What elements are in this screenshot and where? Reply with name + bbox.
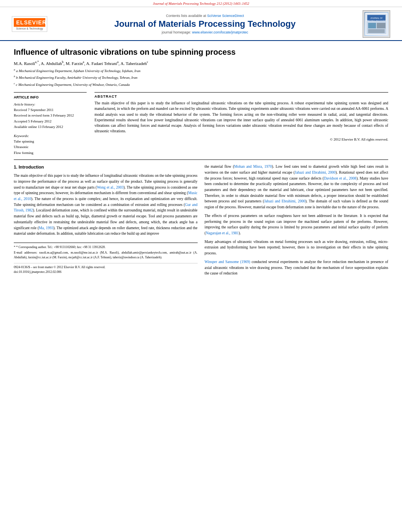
elsevier-subtext: Science & Technology	[14, 27, 45, 30]
journal-title: Journal of Materials Processing Technolo…	[47, 19, 363, 29]
journal-header-center: Contents lists available at SciVerse Sci…	[47, 14, 363, 34]
keyword-ultrasonic: Ultrasonic	[14, 144, 87, 150]
keyword-tube-spinning: Tube spinning	[14, 139, 87, 144]
ref-ma-1993[interactable]: Ma, 1993	[39, 226, 54, 230]
affil-b-text: b Mechanical Engineering Faculty, Amirka…	[16, 76, 137, 80]
section1-number: 1.	[14, 165, 17, 169]
sciverse-link: SciVerse ScienceDirect	[207, 14, 244, 18]
keyword-flow-forming: Flow forming	[14, 150, 87, 156]
svg-rect-6	[377, 23, 385, 28]
intro-para-right-3: Many advantages of ultrasonic vibrations…	[205, 239, 389, 256]
body-right-col: the material flow (Mohan and Misra, 1970…	[205, 164, 389, 279]
homepage-link: www.elsevier.com/locate/jmatprotec	[192, 30, 248, 34]
section1-title: Introduction	[19, 165, 44, 169]
body-columns: 1. Introduction The main objective of th…	[14, 164, 388, 279]
author-taherizadeh: A. Taherizadeh	[120, 61, 147, 66]
main-content: Influence of ultrasonic vibrations on tu…	[0, 41, 402, 287]
sup-a3: a	[117, 60, 119, 64]
footnote-tel: * Corresponding author. Tel.: +98 913110…	[16, 245, 106, 249]
sciverse-line: Contents lists available at SciVerse Sci…	[47, 14, 363, 18]
elsevier-logo: ELSEVIER Science & Technology	[12, 16, 47, 32]
ref-music-2010[interactable]: Music et al., 2010	[14, 191, 198, 201]
affil-c-text: c Mechanical Engineering Department, Uni…	[16, 83, 130, 87]
affil-a: a a Mechanical Engineering Department, I…	[14, 68, 388, 74]
section-divider	[14, 159, 388, 160]
footnote-email-label: E-mail addresses: rasoli.m.a@gmail.com, …	[14, 250, 198, 260]
journal-citation-text: Journal of Materials Processing Technolo…	[153, 2, 249, 6]
homepage-label: journal homepage:	[162, 30, 191, 34]
abstract-section: ABSTRACT The main objective of this pape…	[94, 92, 388, 156]
body-left-col: 1. Introduction The main objective of th…	[14, 164, 198, 279]
affiliations: a a Mechanical Engineering Department, I…	[14, 68, 388, 88]
info-abstract-row: ARTICLE INFO Article history: Received 7…	[14, 92, 388, 156]
available-date: Available online 13 February 2012	[14, 124, 87, 130]
ref-nagarajan-1981[interactable]: Nagarajan et al., 1981	[206, 231, 239, 235]
footnote-emails: rasoli.m.a@gmail.com, m.rasoli@me.iut.ac…	[14, 251, 198, 259]
doi-line: doi:10.1016/j.jmatprotec.2012.02.006	[14, 270, 198, 274]
ref-wong-2003[interactable]: Wong et al., 2003	[97, 185, 124, 189]
svg-text:MATERIALS PROCESSING: MATERIALS PROCESSING	[367, 20, 386, 22]
received-revised-date: Received in revised form 3 February 2012	[14, 113, 87, 118]
affil-a-text: a Mechanical Engineering Department, Isf…	[16, 69, 141, 73]
ref-winsper-sansome-1969[interactable]: Winsper and Sansome (1969)	[205, 260, 250, 264]
authors-line: M.A. Rasolia,*, A. Abdullahb, M. Farzina…	[14, 60, 388, 66]
abstract-text: The main objective of this paper is to s…	[94, 100, 388, 134]
accepted-date: Accepted 5 February 2012	[14, 119, 87, 124]
intro-para-right-4: Winsper and Sansome (1969) conducted sev…	[205, 259, 389, 276]
journal-cover-thumbnail: JOURNAL OF MATERIALS PROCESSING	[363, 10, 390, 38]
thumbnail-image: JOURNAL OF MATERIALS PROCESSING	[365, 12, 388, 36]
keywords-label: Keywords:	[14, 133, 87, 139]
copyright-line: © 2012 Elsevier B.V. All rights reserved…	[94, 137, 388, 141]
author-farzin: M. Farzin	[66, 61, 83, 66]
journal-homepage: journal homepage: www.elsevier.com/locat…	[47, 30, 363, 34]
footnotes: * * Corresponding author. Tel.: +98 9131…	[14, 243, 198, 260]
journal-citation-bar: Journal of Materials Processing Technolo…	[0, 0, 402, 7]
sup-c: c	[147, 60, 148, 64]
svg-rect-5	[368, 23, 376, 28]
intro-para-right-2: The effects of process parameters on sur…	[205, 213, 389, 236]
section1-heading: 1. Introduction	[14, 164, 198, 171]
svg-rect-7	[368, 29, 385, 33]
ref-jahazi-ebrahimi-2000[interactable]: Jahazi and Ebrahimi, 2000	[295, 171, 336, 174]
ref-gur-tirosh-1982[interactable]: Gur and Tirosh, 1982	[14, 203, 197, 213]
email-label-text: E-mail addresses:	[14, 251, 37, 254]
intro-para-right-1: the material flow (Mohan and Misra, 1970…	[205, 164, 389, 210]
keywords-section: Keywords: Tube spinning Ultrasonic Flow …	[14, 133, 87, 156]
article-title: Influence of ultrasonic vibrations on tu…	[14, 47, 388, 57]
footer-issn: 0924-0136/$ – see front matter © 2012 El…	[14, 263, 198, 275]
elsevier-wordmark: ELSEVIER	[16, 19, 46, 26]
author-rasoli: M.A. Rasoli	[14, 61, 35, 66]
footnote-corresponding: * * Corresponding author. Tel.: +98 9131…	[14, 245, 198, 250]
article-info-panel: ARTICLE INFO Article history: Received 7…	[14, 92, 87, 156]
elsevier-name-text: ELSEVIER	[14, 18, 45, 27]
author-fadaei: A. Fadaei Tehrani	[86, 61, 117, 66]
ref-mohan-misra-1970[interactable]: Mohan and Misra, 1970	[234, 165, 272, 169]
contents-text: Contents lists available at	[166, 14, 206, 18]
issn-line: 0924-0136/$ – see front matter © 2012 El…	[14, 265, 198, 270]
author-abdullah: A. Abdullah	[41, 61, 62, 66]
affil-b: b b Mechanical Engineering Faculty, Amir…	[14, 74, 388, 81]
history-label: Article history:	[14, 102, 87, 107]
sup-a-star: a,*	[35, 60, 39, 64]
intro-para-1: The main objective of this paper is to s…	[14, 173, 198, 237]
svg-text:JOURNAL OF: JOURNAL OF	[370, 17, 382, 19]
ref-jahazi-ebrahimi-2000b[interactable]: Jahazi and Ebrahimi, 2000	[264, 199, 306, 203]
abstract-title: ABSTRACT	[94, 95, 388, 98]
received-date: Received 7 September 2011	[14, 107, 87, 113]
affil-c: c c Mechanical Engineering Department, U…	[14, 82, 388, 88]
sup-b: b	[62, 60, 63, 64]
sup-a2: a	[83, 60, 84, 64]
ref-davidson-2008[interactable]: Davidson et al., 2008	[324, 176, 356, 180]
page-wrapper: Journal of Materials Processing Technolo…	[0, 0, 402, 532]
article-info-title: ARTICLE INFO	[14, 95, 87, 100]
journal-header: ELSEVIER Science & Technology Contents l…	[0, 7, 402, 41]
